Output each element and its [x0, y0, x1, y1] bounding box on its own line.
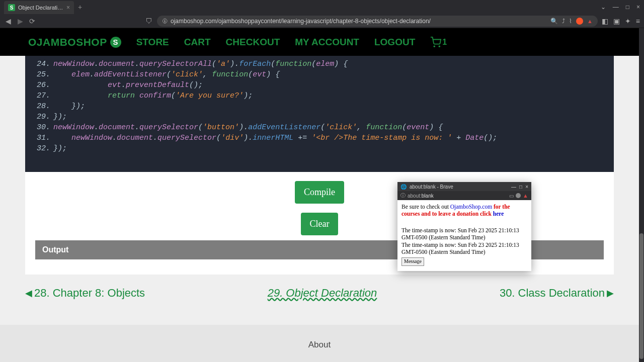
clear-button[interactable]: Clear [301, 213, 339, 235]
bookmark-icon[interactable]: ⛉ [145, 17, 153, 25]
page: OJAMBOSHOP S STORE CART CHECKOUT MY ACCO… [0, 28, 639, 362]
popup-title-text: about:blank - Brave [410, 184, 453, 190]
popup-body: Be sure to check out OjamboShop.com for … [397, 200, 531, 271]
reader-icon[interactable]: ▭ [509, 193, 514, 199]
site-info-icon[interactable]: 🛈 [162, 18, 168, 24]
code-content: }); [53, 112, 67, 122]
line-number: 31. [33, 133, 50, 143]
pager-next[interactable]: 30. Class Declaration ▶ [500, 287, 614, 300]
tab-title: Object Declaration - Ojamb [18, 5, 63, 11]
compile-button[interactable]: Compile [295, 181, 344, 204]
minimize-icon[interactable]: — [613, 4, 619, 11]
popup-warning-icon[interactable]: ▲ [523, 193, 528, 199]
reload-button[interactable]: ⟳ [28, 17, 36, 25]
tab-close-icon[interactable]: × [66, 4, 70, 11]
viewport: OJAMBOSHOP S STORE CART CHECKOUT MY ACCO… [0, 28, 644, 362]
footer: About [0, 325, 639, 362]
line-number: 30. [33, 122, 50, 133]
code-content: }); [53, 101, 85, 112]
sidebar-icon[interactable]: ◧ [602, 17, 608, 25]
code-content: newWindow.document.querySelectorAll('a')… [53, 59, 348, 69]
popup-text-1: Be sure to check out [401, 204, 450, 210]
cart-icon[interactable]: 1 [430, 37, 447, 48]
popup-addr-prefix: about: [408, 193, 422, 199]
code-line: 24.newWindow.document.querySelectorAll('… [33, 59, 606, 69]
address-input[interactable]: 🛈 ojamboshop.com/ojamboshoppaycontent/le… [157, 16, 598, 27]
popup-maximize-icon[interactable]: □ [519, 184, 522, 190]
rss-icon[interactable]: ⌇ [569, 18, 572, 25]
code-line: 32.}); [33, 143, 606, 154]
line-number: 32. [33, 143, 50, 154]
popup-link-here[interactable]: here [493, 211, 504, 217]
code-line: 29.}); [33, 112, 606, 122]
menu-icon[interactable]: ≡ [636, 17, 640, 25]
svg-point-1 [439, 46, 440, 47]
warning-icon[interactable]: ▲ [587, 18, 593, 24]
code-line: 30.newWindow.document.querySelector('but… [33, 122, 606, 133]
code-line: 28. }); [33, 101, 606, 112]
nav-checkout[interactable]: CHECKOUT [226, 37, 280, 48]
site-nav: OJAMBOSHOP S STORE CART CHECKOUT MY ACCO… [0, 28, 639, 56]
popup-window: 🌐 about:blank - Brave — □ × ⓘ about:blan… [397, 182, 531, 271]
popup-addr-suffix: blank [422, 193, 434, 199]
triangle-right-icon: ▶ [607, 288, 614, 299]
zoom-icon[interactable]: 🔍 [550, 18, 558, 25]
line-number: 24. [33, 59, 50, 69]
info-icon: ⓘ [400, 192, 406, 199]
maximize-icon[interactable]: □ [626, 4, 629, 11]
tab-favicon: S [8, 4, 15, 11]
code-content: evt.preventDefault(); [53, 80, 203, 90]
browser-tab[interactable]: S Object Declaration - Ojamb × [4, 1, 74, 14]
share-icon[interactable]: ⤴ [562, 18, 565, 25]
chevron-down-icon[interactable]: ⌄ [601, 4, 606, 11]
new-tab-button[interactable]: + [78, 3, 82, 11]
popup-message-button[interactable]: Message [401, 257, 424, 266]
popup-titlebar[interactable]: 🌐 about:blank - Brave — □ × [397, 182, 531, 191]
triangle-left-icon: ◀ [25, 288, 32, 299]
brand-text: OJAMBOSHOP [28, 36, 107, 48]
brand-logo[interactable]: OJAMBOSHOP S [28, 36, 121, 48]
popup-minimize-icon[interactable]: — [511, 184, 516, 190]
popup-timestamp-1: The time-stamp is now: Sun Feb 23 2025 2… [401, 227, 527, 241]
code-content: elem.addEventListener('click', function(… [53, 69, 280, 80]
footer-about-link[interactable]: About [308, 340, 331, 349]
nav-my-account[interactable]: MY ACCOUNT [295, 37, 359, 48]
close-icon[interactable]: × [636, 4, 640, 11]
code-line: 25. elem.addEventListener('click', funct… [33, 69, 606, 80]
code-line: 31. newWindow.document.querySelector('di… [33, 133, 606, 143]
code-block: 24.newWindow.document.querySelectorAll('… [25, 56, 614, 172]
pager-current: 29. Object Declaration [268, 287, 377, 300]
nav-logout[interactable]: LOGOUT [374, 37, 415, 48]
address-bar: ◀ ▶ ⟳ ⛉ 🛈 ojamboshop.com/ojamboshoppayco… [0, 14, 644, 28]
popup-address-bar[interactable]: ⓘ about:blank ▭ ▲ [397, 191, 531, 200]
code-line: 26. evt.preventDefault(); [33, 80, 606, 90]
customize-icon[interactable]: ✦ [625, 17, 631, 25]
code-content: return confirm('Are you sure?'); [53, 90, 253, 101]
code-line: 27. return confirm('Are you sure?'); [33, 90, 606, 101]
url-text: ojamboshop.com/ojamboshoppaycontent/lear… [171, 18, 547, 25]
pager-prev[interactable]: ◀ 28. Chapter 8: Objects [25, 287, 145, 300]
popup-timestamp-2: The time-stamp is now: Sun Feb 23 2025 2… [401, 241, 527, 256]
code-content: }); [53, 143, 67, 154]
popup-close-icon[interactable]: × [525, 184, 528, 190]
browser-titlebar: S Object Declaration - Ojamb × + ⌄ — □ × [0, 0, 644, 14]
nav-store[interactable]: STORE [136, 37, 169, 48]
wallet-icon[interactable]: ▣ [613, 17, 620, 25]
pager: ◀ 28. Chapter 8: Objects 29. Object Decl… [0, 275, 639, 305]
nav-cart[interactable]: CART [184, 37, 211, 48]
line-number: 26. [33, 80, 50, 90]
forward-button[interactable]: ▶ [16, 17, 24, 25]
scrollbar-thumb[interactable] [639, 233, 643, 359]
popup-link-ojamboshop[interactable]: OjamboShop.com [450, 204, 492, 210]
brand-badge: S [110, 37, 121, 48]
brave-shield-icon[interactable] [576, 18, 583, 25]
back-button[interactable]: ◀ [4, 17, 12, 25]
line-number: 27. [33, 90, 50, 101]
popup-shield-icon[interactable] [516, 193, 521, 198]
scrollbar[interactable] [639, 28, 644, 362]
code-content: newWindow.document.querySelector('div').… [53, 133, 497, 143]
pager-next-label: 30. Class Declaration [500, 287, 605, 300]
svg-point-0 [434, 46, 435, 47]
pager-prev-label: 28. Chapter 8: Objects [34, 287, 145, 300]
line-number: 25. [33, 69, 50, 80]
